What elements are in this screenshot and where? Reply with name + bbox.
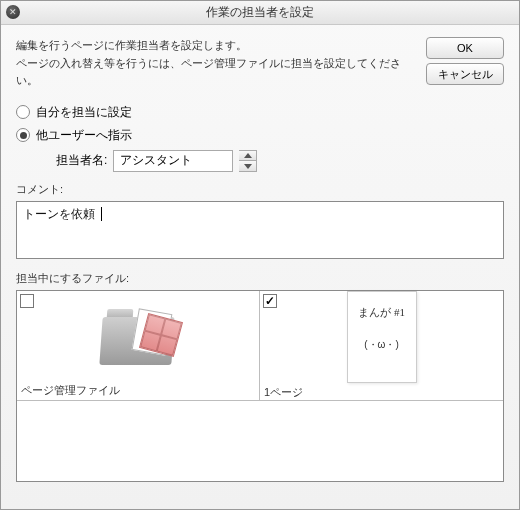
assign-mode-radio-group: 自分を担当に設定 他ユーザーへ指示 [16,104,504,144]
file-item-management[interactable]: ページ管理ファイル [17,291,260,400]
thumbnail-face: (・ω・) [348,338,416,352]
file-item-page1[interactable]: まんが #1 (・ω・) 1ページ [260,291,503,400]
thumbnail-scribble: まんが #1 [348,306,416,319]
chevron-down-icon [244,164,252,169]
description-text: 編集を行うページに作業担当者を設定します。 ページの入れ替え等を行うには、ページ… [16,37,416,90]
page-thumbnail-icon: まんが #1 (・ω・) [347,291,417,383]
folder-icon [99,307,177,365]
titlebar: ✕ 作業の担当者を設定 [1,1,519,25]
text-caret [101,207,102,221]
dialog-window: ✕ 作業の担当者を設定 編集を行うページに作業担当者を設定します。 ページの入れ… [0,0,520,510]
cancel-button[interactable]: キャンセル [426,63,504,85]
description-line2: ページの入れ替え等を行うには、ページ管理ファイルに担当を設定してください。 [16,55,416,90]
radio-other-label: 他ユーザーへ指示 [36,127,132,144]
comment-text: トーンを依頼 [17,202,101,227]
spin-up-button[interactable] [239,151,256,162]
files-label: 担当中にするファイル: [16,271,504,286]
radio-other[interactable] [16,128,30,142]
assignee-combo[interactable]: アシスタント [113,150,233,172]
assignee-spin [239,150,257,172]
radio-self-label: 自分を担当に設定 [36,104,132,121]
file-label-0: ページ管理ファイル [17,381,259,400]
file-checkbox-0[interactable] [20,294,34,308]
dialog-content: 編集を行うページに作業担当者を設定します。 ページの入れ替え等を行うには、ページ… [1,25,519,509]
assignee-label: 担当者名: [56,152,107,169]
chevron-up-icon [244,153,252,158]
radio-self[interactable] [16,105,30,119]
assignee-value: アシスタント [120,152,192,169]
file-label-1: 1ページ [260,383,503,402]
spin-down-button[interactable] [239,161,256,171]
description-line1: 編集を行うページに作業担当者を設定します。 [16,37,416,55]
close-icon[interactable]: ✕ [6,5,20,19]
ok-button[interactable]: OK [426,37,504,59]
file-checkbox-1[interactable] [263,294,277,308]
dialog-title: 作業の担当者を設定 [206,4,314,21]
files-list: ページ管理ファイル まんが #1 (・ω・) 1ページ [16,290,504,482]
comment-label: コメント: [16,182,504,197]
comment-textarea[interactable]: トーンを依頼 [16,201,504,259]
